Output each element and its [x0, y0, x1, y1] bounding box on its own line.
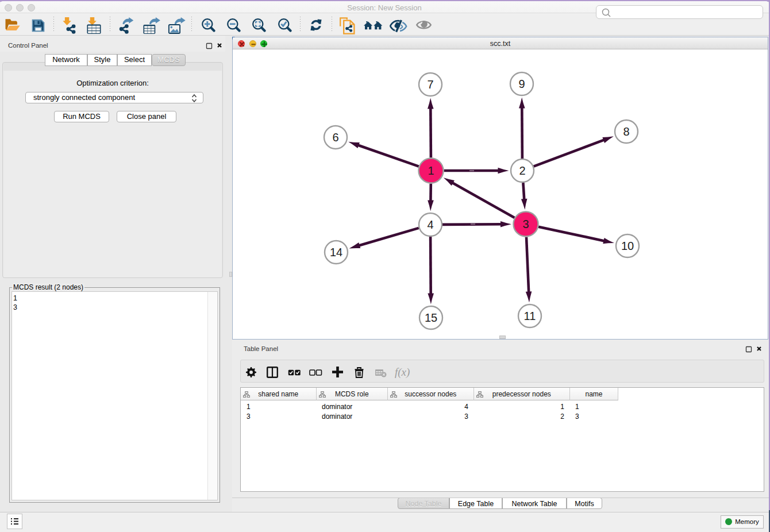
svg-text:11: 11 [524, 310, 536, 322]
svg-text:15: 15 [425, 311, 437, 324]
svg-text:4: 4 [427, 218, 433, 231]
svg-text:9: 9 [518, 78, 525, 90]
svg-text:2: 2 [519, 164, 525, 177]
svg-text:6: 6 [332, 131, 338, 144]
svg-text:8: 8 [623, 125, 629, 138]
svg-text:3: 3 [522, 218, 529, 230]
svg-text:10: 10 [621, 240, 634, 252]
svg-text:14: 14 [330, 246, 342, 259]
svg-text:7: 7 [427, 78, 433, 91]
svg-text:1: 1 [428, 164, 434, 177]
